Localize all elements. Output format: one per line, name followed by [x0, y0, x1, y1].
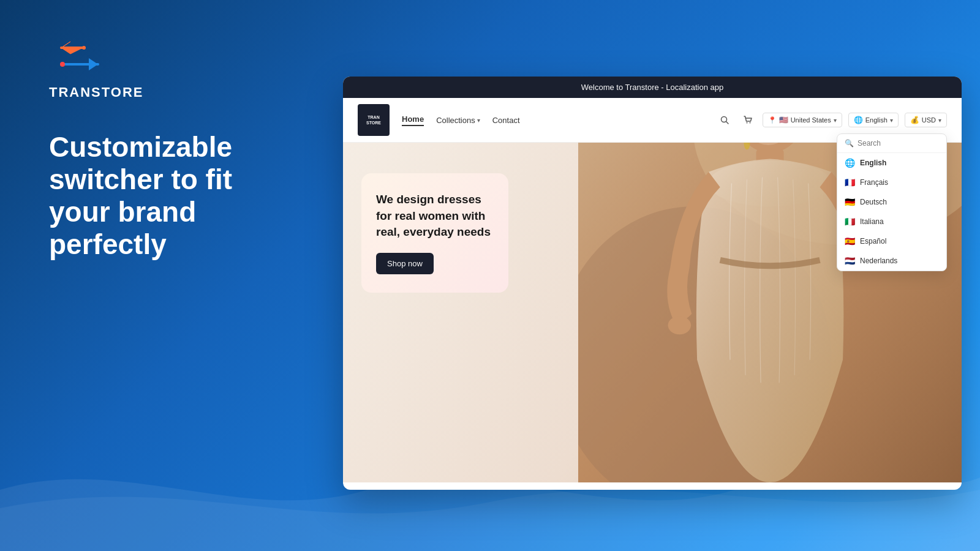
currency-icon: 💰 — [910, 116, 919, 124]
label-dutch: Nederlands — [860, 257, 897, 265]
label-italian: Italiana — [860, 217, 884, 226]
svg-line-7 — [726, 122, 728, 124]
left-panel: TRANSTORE Customizable switcher to fit y… — [0, 0, 337, 551]
collections-chevron: ▾ — [477, 117, 480, 124]
browser-mockup: Welcome to Transtore - Localization app … — [343, 77, 962, 490]
nav-home[interactable]: Home — [402, 114, 424, 126]
language-label: English — [865, 116, 888, 124]
language-list: 🌐 English 🇫🇷 Français 🇩🇪 Deutsch 🇮🇹 Ital… — [837, 153, 946, 271]
language-switcher[interactable]: 🌐 English ▾ — [848, 113, 899, 127]
search-icon-btn[interactable] — [716, 111, 733, 129]
country-switcher[interactable]: 📍 🇺🇸 United States ▾ — [763, 113, 842, 127]
lang-option-italian[interactable]: 🇮🇹 Italiana — [837, 212, 946, 231]
svg-point-20 — [668, 316, 691, 334]
flag-french: 🇫🇷 — [845, 178, 855, 187]
lang-option-german[interactable]: 🇩🇪 Deutsch — [837, 192, 946, 212]
country-chevron: ▾ — [834, 117, 837, 124]
logo-area: TRANSTORE — [49, 37, 300, 100]
lang-globe-icon: 🌐 — [854, 116, 863, 124]
store-nav: TRANSTORE Home Collections ▾ Contact — [343, 98, 962, 143]
lang-option-english[interactable]: 🌐 English — [837, 153, 946, 173]
hero-text-card: We design dresses for real women with re… — [361, 173, 508, 293]
flag-spanish: 🇪🇸 — [845, 236, 855, 246]
lang-search-box: 🔍 — [837, 134, 946, 153]
shop-now-button[interactable]: Shop now — [376, 253, 434, 274]
location-pin-icon: 📍 — [768, 116, 777, 124]
currency-label: USD — [922, 116, 936, 124]
language-dropdown: 🔍 🌐 English 🇫🇷 Français 🇩🇪 Deutsch 🇮� — [837, 133, 947, 271]
transtore-logo-icon — [49, 37, 123, 80]
cart-icon-btn[interactable] — [739, 111, 756, 129]
dropdown-search-icon: 🔍 — [845, 139, 854, 148]
store-logo: TRANSTORE — [358, 104, 390, 136]
svg-point-2 — [82, 46, 86, 50]
flag-german: 🇩🇪 — [845, 197, 855, 207]
hero-heading: We design dresses for real women with re… — [376, 192, 494, 241]
nav-collections[interactable]: Collections ▾ — [436, 116, 480, 125]
currency-switcher[interactable]: 💰 USD ▾ — [905, 113, 947, 127]
nav-links: Home Collections ▾ Contact — [402, 114, 704, 126]
label-english: English — [860, 159, 886, 167]
lang-option-spanish[interactable]: 🇪🇸 Español — [837, 231, 946, 251]
topbar-text: Welcome to Transtore - Localization app — [581, 83, 723, 92]
label-german: Deutsch — [860, 198, 887, 206]
main-headline: Customizable switcher to fit your brand … — [49, 131, 300, 261]
flag-english: 🌐 — [845, 158, 855, 168]
label-spanish: Español — [860, 237, 886, 246]
browser-topbar: Welcome to Transtore - Localization app — [343, 77, 962, 98]
lang-chevron: ▾ — [890, 117, 893, 124]
svg-point-8 — [746, 122, 747, 124]
flag-us-icon: 🇺🇸 — [779, 116, 788, 124]
lang-search-input[interactable] — [858, 139, 939, 148]
lang-option-dutch[interactable]: 🇳🇱 Nederlands — [837, 251, 946, 271]
svg-point-9 — [749, 122, 750, 124]
svg-point-5 — [60, 62, 65, 67]
logo-text: TRANSTORE — [49, 84, 144, 100]
nav-contact[interactable]: Contact — [492, 116, 520, 125]
label-french: Français — [860, 178, 888, 187]
svg-marker-4 — [89, 58, 98, 70]
country-label: United States — [791, 116, 831, 124]
flag-dutch: 🇳🇱 — [845, 256, 855, 266]
nav-actions: 📍 🇺🇸 United States ▾ 🌐 English ▾ 💰 USD ▾ — [716, 111, 947, 129]
flag-italian: 🇮🇹 — [845, 217, 855, 227]
lang-option-french[interactable]: 🇫🇷 Français — [837, 173, 946, 192]
currency-chevron: ▾ — [938, 117, 941, 124]
